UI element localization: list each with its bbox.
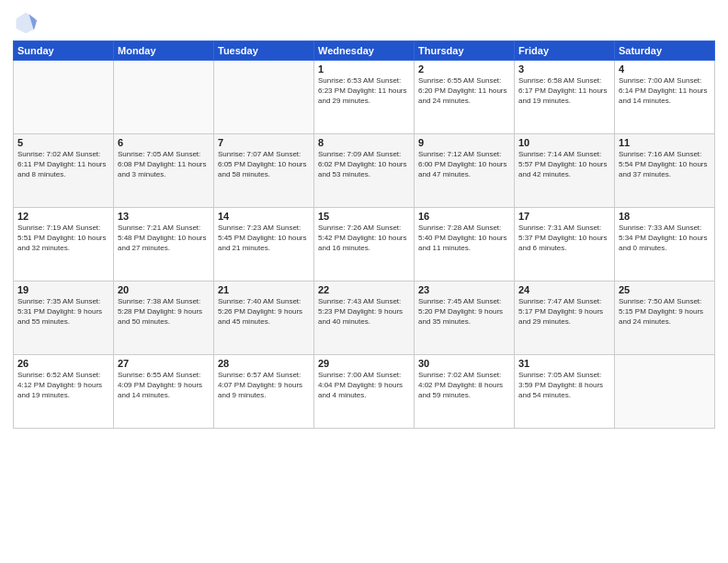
logo	[13, 9, 42, 35]
calendar-cell: 31Sunrise: 7:05 AM Sunset: 3:59 PM Dayli…	[515, 355, 615, 429]
calendar-cell: 28Sunrise: 6:57 AM Sunset: 4:07 PM Dayli…	[214, 355, 314, 429]
day-info: Sunrise: 7:45 AM Sunset: 5:20 PM Dayligh…	[418, 297, 510, 327]
calendar-cell: 21Sunrise: 7:40 AM Sunset: 5:26 PM Dayli…	[214, 282, 314, 355]
calendar-cell: 25Sunrise: 7:50 AM Sunset: 5:15 PM Dayli…	[615, 282, 715, 355]
calendar-cell: 24Sunrise: 7:47 AM Sunset: 5:17 PM Dayli…	[515, 282, 615, 355]
day-info: Sunrise: 7:40 AM Sunset: 5:26 PM Dayligh…	[218, 297, 310, 327]
day-header-saturday: Saturday	[615, 41, 715, 61]
calendar-cell: 8Sunrise: 7:09 AM Sunset: 6:02 PM Daylig…	[314, 134, 415, 208]
day-number: 5	[17, 137, 109, 148]
calendar-cell: 29Sunrise: 7:00 AM Sunset: 4:04 PM Dayli…	[314, 355, 415, 429]
calendar-cell: 4Sunrise: 7:00 AM Sunset: 6:14 PM Daylig…	[615, 61, 715, 134]
calendar-cell: 18Sunrise: 7:33 AM Sunset: 5:34 PM Dayli…	[615, 208, 715, 282]
day-number: 1	[318, 63, 410, 75]
day-number: 16	[418, 211, 510, 222]
day-info: Sunrise: 7:31 AM Sunset: 5:37 PM Dayligh…	[518, 224, 610, 253]
days-header-row: SundayMondayTuesdayWednesdayThursdayFrid…	[14, 41, 715, 61]
day-number: 21	[218, 284, 310, 295]
day-number: 23	[418, 284, 510, 295]
day-number: 4	[619, 63, 711, 75]
calendar-cell: 15Sunrise: 7:26 AM Sunset: 5:42 PM Dayli…	[314, 208, 415, 282]
calendar-cell	[114, 61, 214, 134]
day-info: Sunrise: 7:05 AM Sunset: 3:59 PM Dayligh…	[518, 371, 610, 400]
day-info: Sunrise: 7:14 AM Sunset: 5:57 PM Dayligh…	[518, 150, 610, 179]
day-number: 13	[118, 211, 210, 222]
day-number: 19	[17, 284, 109, 295]
day-header-thursday: Thursday	[415, 41, 515, 61]
calendar-cell	[14, 61, 114, 134]
calendar-cell: 13Sunrise: 7:21 AM Sunset: 5:48 PM Dayli…	[114, 208, 214, 282]
calendar-cell: 12Sunrise: 7:19 AM Sunset: 5:51 PM Dayli…	[14, 208, 114, 282]
day-number: 12	[17, 211, 109, 222]
day-number: 28	[218, 358, 310, 369]
day-number: 17	[518, 211, 610, 222]
day-info: Sunrise: 7:38 AM Sunset: 5:28 PM Dayligh…	[118, 297, 210, 327]
day-info: Sunrise: 7:19 AM Sunset: 5:51 PM Dayligh…	[17, 224, 109, 253]
day-number: 30	[418, 358, 510, 369]
day-info: Sunrise: 7:26 AM Sunset: 5:42 PM Dayligh…	[318, 224, 410, 253]
day-info: Sunrise: 7:28 AM Sunset: 5:40 PM Dayligh…	[418, 224, 510, 253]
day-number: 11	[619, 137, 711, 148]
day-info: Sunrise: 7:47 AM Sunset: 5:17 PM Dayligh…	[518, 297, 610, 327]
calendar-cell	[214, 61, 314, 134]
day-number: 27	[118, 358, 210, 369]
day-header-monday: Monday	[114, 41, 214, 61]
calendar-cell: 23Sunrise: 7:45 AM Sunset: 5:20 PM Dayli…	[415, 282, 515, 355]
calendar-cell: 27Sunrise: 6:55 AM Sunset: 4:09 PM Dayli…	[114, 355, 214, 429]
calendar-cell: 3Sunrise: 6:58 AM Sunset: 6:17 PM Daylig…	[515, 61, 615, 134]
day-number: 20	[118, 284, 210, 295]
calendar-cell: 2Sunrise: 6:55 AM Sunset: 6:20 PM Daylig…	[415, 61, 515, 134]
day-info: Sunrise: 7:23 AM Sunset: 5:45 PM Dayligh…	[218, 224, 310, 253]
week-row-2: 12Sunrise: 7:19 AM Sunset: 5:51 PM Dayli…	[14, 208, 715, 282]
header	[13, 9, 715, 35]
day-info: Sunrise: 7:16 AM Sunset: 5:54 PM Dayligh…	[619, 150, 711, 179]
calendar-cell: 5Sunrise: 7:02 AM Sunset: 6:11 PM Daylig…	[14, 134, 114, 208]
day-info: Sunrise: 7:12 AM Sunset: 6:00 PM Dayligh…	[418, 150, 510, 179]
day-number: 3	[518, 63, 610, 75]
day-info: Sunrise: 6:57 AM Sunset: 4:07 PM Dayligh…	[218, 371, 310, 400]
day-info: Sunrise: 6:53 AM Sunset: 6:23 PM Dayligh…	[318, 76, 410, 106]
day-info: Sunrise: 6:52 AM Sunset: 4:12 PM Dayligh…	[17, 371, 109, 400]
day-info: Sunrise: 7:00 AM Sunset: 6:14 PM Dayligh…	[619, 76, 711, 106]
day-number: 15	[318, 211, 410, 222]
day-number: 8	[318, 137, 410, 148]
week-row-1: 5Sunrise: 7:02 AM Sunset: 6:11 PM Daylig…	[14, 134, 715, 208]
week-row-3: 19Sunrise: 7:35 AM Sunset: 5:31 PM Dayli…	[14, 282, 715, 355]
day-number: 2	[418, 63, 510, 75]
calendar-cell: 1Sunrise: 6:53 AM Sunset: 6:23 PM Daylig…	[314, 61, 415, 134]
day-number: 7	[218, 137, 310, 148]
day-info: Sunrise: 7:33 AM Sunset: 5:34 PM Dayligh…	[619, 224, 711, 253]
day-info: Sunrise: 7:00 AM Sunset: 4:04 PM Dayligh…	[318, 371, 410, 400]
day-info: Sunrise: 6:58 AM Sunset: 6:17 PM Dayligh…	[518, 76, 610, 106]
day-number: 14	[218, 211, 310, 222]
calendar-cell: 11Sunrise: 7:16 AM Sunset: 5:54 PM Dayli…	[615, 134, 715, 208]
day-number: 18	[619, 211, 711, 222]
day-info: Sunrise: 7:21 AM Sunset: 5:48 PM Dayligh…	[118, 224, 210, 253]
day-info: Sunrise: 7:35 AM Sunset: 5:31 PM Dayligh…	[17, 297, 109, 327]
week-row-4: 26Sunrise: 6:52 AM Sunset: 4:12 PM Dayli…	[14, 355, 715, 429]
calendar-cell: 19Sunrise: 7:35 AM Sunset: 5:31 PM Dayli…	[14, 282, 114, 355]
day-number: 26	[17, 358, 109, 369]
day-info: Sunrise: 7:02 AM Sunset: 6:11 PM Dayligh…	[17, 150, 109, 179]
day-number: 9	[418, 137, 510, 148]
day-header-wednesday: Wednesday	[314, 41, 415, 61]
day-info: Sunrise: 7:02 AM Sunset: 4:02 PM Dayligh…	[418, 371, 510, 400]
calendar-cell: 7Sunrise: 7:07 AM Sunset: 6:05 PM Daylig…	[214, 134, 314, 208]
day-info: Sunrise: 7:05 AM Sunset: 6:08 PM Dayligh…	[118, 150, 210, 179]
day-info: Sunrise: 7:50 AM Sunset: 5:15 PM Dayligh…	[619, 297, 711, 327]
day-number: 22	[318, 284, 410, 295]
day-number: 10	[518, 137, 610, 148]
day-header-tuesday: Tuesday	[214, 41, 314, 61]
day-number: 25	[619, 284, 711, 295]
day-header-friday: Friday	[515, 41, 615, 61]
day-number: 6	[118, 137, 210, 148]
calendar-cell	[615, 355, 715, 429]
logo-icon	[13, 9, 39, 35]
day-info: Sunrise: 7:07 AM Sunset: 6:05 PM Dayligh…	[218, 150, 310, 179]
calendar-cell: 26Sunrise: 6:52 AM Sunset: 4:12 PM Dayli…	[14, 355, 114, 429]
calendar-cell: 17Sunrise: 7:31 AM Sunset: 5:37 PM Dayli…	[515, 208, 615, 282]
calendar-cell: 10Sunrise: 7:14 AM Sunset: 5:57 PM Dayli…	[515, 134, 615, 208]
day-info: Sunrise: 6:55 AM Sunset: 4:09 PM Dayligh…	[118, 371, 210, 400]
calendar-cell: 30Sunrise: 7:02 AM Sunset: 4:02 PM Dayli…	[415, 355, 515, 429]
calendar-cell: 16Sunrise: 7:28 AM Sunset: 5:40 PM Dayli…	[415, 208, 515, 282]
